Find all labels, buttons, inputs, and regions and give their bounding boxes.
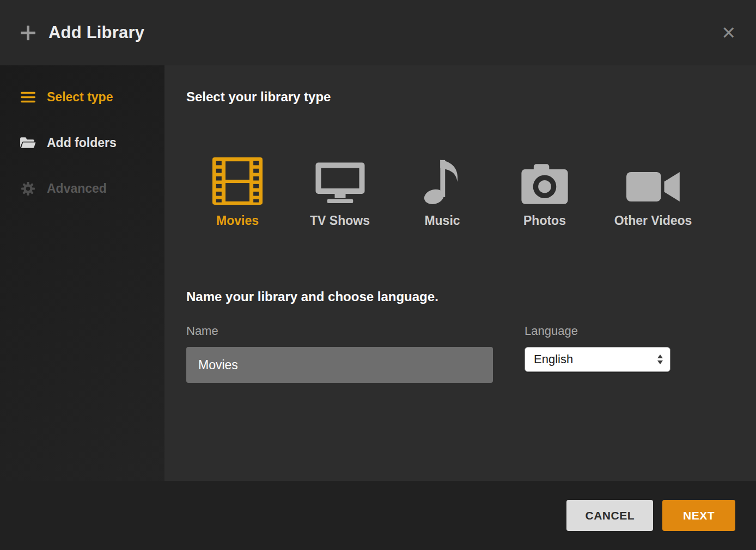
library-type-other-videos[interactable]: Other Videos — [596, 156, 710, 228]
language-field-group: Language English — [525, 324, 670, 372]
language-label: Language — [525, 324, 670, 338]
list-icon — [20, 91, 36, 103]
library-type-music[interactable]: Music — [391, 156, 493, 228]
dialog-title: Add Library — [48, 23, 144, 42]
cancel-button[interactable]: CANCEL — [566, 500, 653, 531]
name-label: Name — [186, 324, 493, 338]
library-type-movies[interactable]: Movies — [186, 156, 289, 228]
tv-icon — [314, 156, 366, 205]
library-type-section-title: Select your library type — [186, 89, 734, 105]
wizard-steps-sidebar: Select type Add folders — [0, 65, 164, 481]
dialog-footer: CANCEL NEXT — [0, 481, 756, 550]
sidebar-item-add-folders[interactable]: Add folders — [0, 120, 164, 166]
name-field-group: Name — [186, 324, 493, 383]
select-spinner-icon — [657, 354, 663, 365]
sidebar-item-label: Advanced — [47, 181, 107, 196]
name-section-title: Name your library and choose language. — [186, 289, 734, 304]
music-note-icon — [424, 156, 461, 205]
sidebar-item-select-type[interactable]: Select type — [0, 74, 164, 120]
library-type-picker: Movies TV Shows — [186, 156, 734, 228]
library-name-input[interactable] — [186, 347, 493, 383]
library-type-tv-shows[interactable]: TV Shows — [289, 156, 391, 228]
close-icon[interactable]: × — [722, 21, 735, 44]
plus-icon — [20, 25, 36, 41]
library-type-label: Photos — [523, 213, 566, 228]
camera-icon — [520, 156, 569, 205]
library-type-label: Music — [424, 213, 460, 228]
dialog-header: Add Library × — [0, 0, 756, 65]
library-type-label: Movies — [216, 213, 259, 228]
film-strip-icon — [212, 156, 263, 205]
name-language-fields: Name Language English — [186, 324, 734, 383]
dialog-main: Select your library type — [164, 65, 756, 481]
sidebar-item-label: Select type — [47, 90, 113, 105]
dialog-body: Select type Add folders — [0, 65, 756, 481]
library-type-label: TV Shows — [310, 213, 370, 228]
folder-icon — [20, 136, 36, 149]
language-selected-value: English — [534, 352, 573, 366]
sidebar-item-advanced: Advanced — [0, 166, 164, 211]
add-library-dialog: Add Library × Select type — [0, 0, 756, 550]
library-type-photos[interactable]: Photos — [493, 156, 596, 228]
sidebar-item-label: Add folders — [47, 136, 117, 150]
gear-icon — [20, 181, 36, 196]
library-type-label: Other Videos — [614, 213, 692, 228]
language-select[interactable]: English — [525, 347, 670, 372]
next-button[interactable]: NEXT — [662, 500, 735, 531]
camcorder-icon — [626, 156, 680, 205]
